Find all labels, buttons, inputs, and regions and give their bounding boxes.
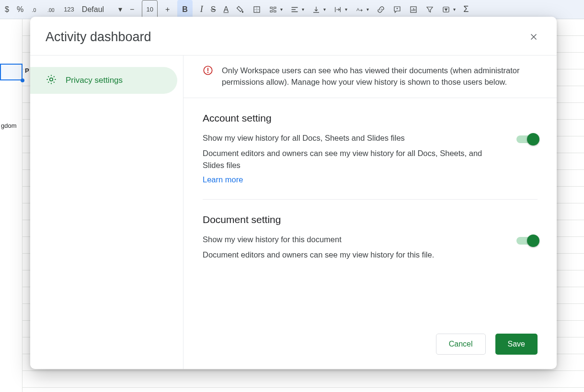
document-setting-label: Show my view history for this document (203, 235, 497, 244)
info-banner: Only Workspace users can see who has vie… (183, 56, 557, 98)
gear-icon (46, 74, 57, 88)
account-setting-section: Account setting Show my view history for… (203, 112, 538, 199)
document-setting-heading: Document setting (203, 214, 538, 225)
document-setting-description: Document editors and owners can see my v… (203, 249, 490, 261)
document-setting-section: Document setting Show my view history fo… (203, 199, 538, 274)
info-banner-text: Only Workspace users can see who has vie… (222, 65, 538, 88)
svg-point-8 (50, 78, 53, 80)
dialog-body: Privacy settings Only Workspace users ca… (30, 56, 557, 369)
learn-more-link[interactable]: Learn more (203, 174, 243, 186)
dialog-title: Activity dashboard (46, 30, 151, 45)
alert-icon (203, 65, 213, 88)
account-setting-heading: Account setting (203, 112, 538, 124)
account-setting-description-text: Document editors and owners can see my v… (203, 149, 482, 169)
close-button[interactable] (526, 29, 541, 45)
dialog-header: Activity dashboard (30, 17, 557, 56)
activity-dashboard-dialog: Activity dashboard Privacy settings (30, 17, 557, 369)
account-setting-description: Document editors and owners can see my v… (203, 147, 490, 186)
dialog-footer: Cancel Save (183, 322, 557, 369)
cancel-button[interactable]: Cancel (436, 334, 486, 355)
save-button[interactable]: Save (495, 334, 538, 355)
settings-content: Account setting Show my view history for… (183, 98, 557, 322)
document-view-history-toggle[interactable] (516, 237, 538, 245)
sidebar-item-privacy-settings[interactable]: Privacy settings (30, 67, 177, 94)
account-view-history-toggle[interactable] (516, 135, 538, 143)
close-icon (529, 32, 538, 42)
sidebar-item-label: Privacy settings (66, 76, 123, 85)
dialog-main: Only Workspace users can see who has vie… (183, 56, 557, 369)
toggle-knob (527, 133, 539, 146)
account-setting-label: Show my view history for all Docs, Sheet… (203, 134, 497, 143)
svg-point-11 (207, 72, 208, 73)
dialog-sidebar: Privacy settings (30, 56, 183, 369)
dialog-scrim: Activity dashboard Privacy settings (0, 0, 584, 392)
toggle-knob (527, 235, 539, 247)
